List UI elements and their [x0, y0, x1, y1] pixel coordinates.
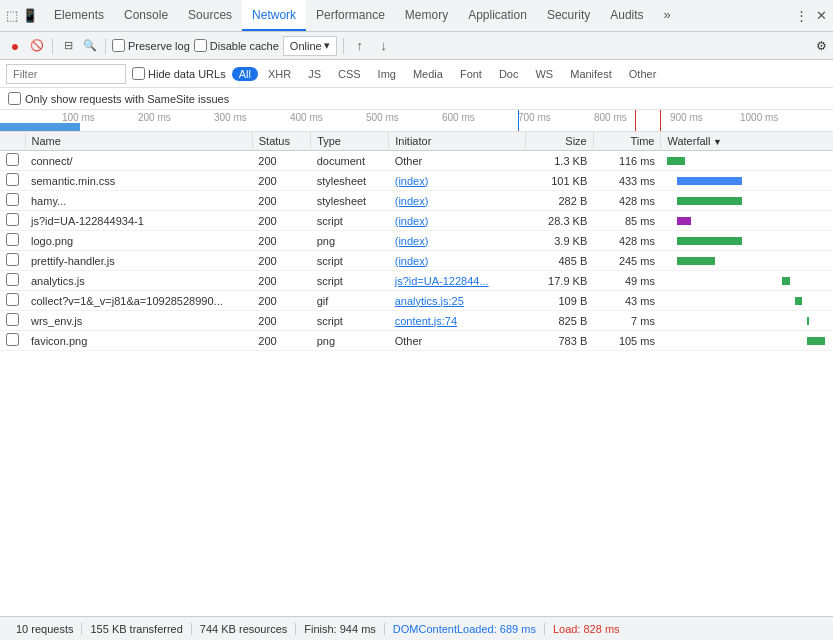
row-checkbox[interactable] [6, 233, 19, 246]
table-row[interactable]: prettify-handler.js200script(index)485 B… [0, 251, 833, 271]
row-checkbox[interactable] [6, 313, 19, 326]
row-type: stylesheet [311, 171, 389, 191]
tab-console[interactable]: Console [114, 0, 178, 31]
record-button[interactable]: ● [6, 37, 24, 55]
initiator-link[interactable]: js?id=UA-122844... [395, 275, 489, 287]
filter-manifest[interactable]: Manifest [563, 67, 619, 81]
th-status[interactable]: Status [252, 132, 310, 151]
table-row[interactable]: hamy...200stylesheet(index)282 B428 ms [0, 191, 833, 211]
initiator-link[interactable]: (index) [395, 235, 429, 247]
row-checkbox[interactable] [6, 153, 19, 166]
filter-font[interactable]: Font [453, 67, 489, 81]
tab-more[interactable]: » [654, 0, 681, 31]
row-checkbox[interactable] [6, 293, 19, 306]
row-checkbox[interactable] [6, 253, 19, 266]
samesite-checkbox[interactable] [8, 92, 21, 105]
hide-data-urls-checkbox[interactable] [132, 67, 145, 80]
preserve-log-label[interactable]: Preserve log [112, 39, 190, 52]
th-type[interactable]: Type [311, 132, 389, 151]
filter-img[interactable]: Img [371, 67, 403, 81]
row-status: 200 [252, 211, 310, 231]
filter-css[interactable]: CSS [331, 67, 368, 81]
row-size: 109 B [525, 291, 593, 311]
tab-audits[interactable]: Audits [600, 0, 653, 31]
th-name[interactable]: Name [25, 132, 252, 151]
row-checkbox[interactable] [6, 193, 19, 206]
settings-icon[interactable]: ⚙ [816, 39, 827, 53]
inspect-icon[interactable]: ⬚ [4, 8, 20, 24]
close-icon[interactable]: ✕ [813, 8, 829, 24]
filter-js[interactable]: JS [301, 67, 328, 81]
initiator-link[interactable]: (index) [395, 175, 429, 187]
hide-data-urls-label[interactable]: Hide data URLs [132, 67, 226, 80]
th-size[interactable]: Size [525, 132, 593, 151]
row-checkbox[interactable] [6, 173, 19, 186]
table-row[interactable]: logo.png200png(index)3.9 KB428 ms [0, 231, 833, 251]
table-row[interactable]: connect/200documentOther1.3 KB116 ms [0, 151, 833, 171]
filter-input[interactable] [6, 64, 126, 84]
row-initiator[interactable]: (index) [389, 251, 525, 271]
disable-cache-label[interactable]: Disable cache [194, 39, 279, 52]
row-checkbox[interactable] [6, 273, 19, 286]
row-initiator[interactable]: (index) [389, 211, 525, 231]
row-status: 200 [252, 191, 310, 211]
tab-security[interactable]: Security [537, 0, 600, 31]
more-options-icon[interactable]: ⋮ [793, 8, 809, 24]
clear-button[interactable]: 🚫 [28, 37, 46, 55]
table-row[interactable]: favicon.png200pngOther783 B105 ms [0, 331, 833, 351]
initiator-link[interactable]: content.js:74 [395, 315, 457, 327]
search-button[interactable]: 🔍 [81, 37, 99, 55]
table-row[interactable]: collect?v=1&_v=j81&a=10928528990...200gi… [0, 291, 833, 311]
tab-application[interactable]: Application [458, 0, 537, 31]
preserve-log-checkbox[interactable] [112, 39, 125, 52]
row-time: 428 ms [593, 191, 661, 211]
row-initiator[interactable]: analytics.js:25 [389, 291, 525, 311]
filter-media[interactable]: Media [406, 67, 450, 81]
th-time[interactable]: Time [593, 132, 661, 151]
row-waterfall [661, 271, 833, 291]
tick-300: 300 ms [214, 112, 247, 123]
row-initiator[interactable]: (index) [389, 231, 525, 251]
vline-blue [518, 110, 519, 131]
filter-tags: All XHR JS CSS Img Media Font Doc WS Man… [232, 67, 664, 81]
disable-cache-checkbox[interactable] [194, 39, 207, 52]
tab-performance[interactable]: Performance [306, 0, 395, 31]
export-icon[interactable]: ↓ [374, 36, 394, 56]
tab-sources[interactable]: Sources [178, 0, 242, 31]
row-initiator[interactable]: (index) [389, 191, 525, 211]
tick-600: 600 ms [442, 112, 475, 123]
table-row[interactable]: wrs_env.js200scriptcontent.js:74825 B7 m… [0, 311, 833, 331]
row-initiator[interactable]: content.js:74 [389, 311, 525, 331]
filter-doc[interactable]: Doc [492, 67, 526, 81]
tab-memory[interactable]: Memory [395, 0, 458, 31]
row-status: 200 [252, 151, 310, 171]
filter-ws[interactable]: WS [528, 67, 560, 81]
initiator-link[interactable]: analytics.js:25 [395, 295, 464, 307]
device-icon[interactable]: 📱 [22, 8, 38, 24]
th-waterfall[interactable]: Waterfall [661, 132, 833, 151]
row-initiator[interactable]: (index) [389, 171, 525, 191]
table-row[interactable]: js?id=UA-122844934-1200script(index)28.3… [0, 211, 833, 231]
online-button[interactable]: Online ▾ [283, 36, 337, 56]
initiator-link[interactable]: (index) [395, 195, 429, 207]
row-checkbox[interactable] [6, 333, 19, 346]
filter-icon-button[interactable]: ⊟ [59, 37, 77, 55]
th-initiator[interactable]: Initiator [389, 132, 525, 151]
initiator-link[interactable]: (index) [395, 255, 429, 267]
filter-xhr[interactable]: XHR [261, 67, 298, 81]
table-row[interactable]: analytics.js200scriptjs?id=UA-122844...1… [0, 271, 833, 291]
row-initiator[interactable]: js?id=UA-122844... [389, 271, 525, 291]
tab-network[interactable]: Network [242, 0, 306, 31]
row-checkbox[interactable] [6, 213, 19, 226]
row-initiator: Other [389, 331, 525, 351]
row-type: script [311, 251, 389, 271]
filter-other[interactable]: Other [622, 67, 664, 81]
row-status: 200 [252, 231, 310, 251]
import-icon[interactable]: ↑ [350, 36, 370, 56]
tick-700: 700 ms [518, 112, 551, 123]
table-row[interactable]: semantic.min.css200stylesheet(index)101 … [0, 171, 833, 191]
filter-all[interactable]: All [232, 67, 258, 81]
tab-elements[interactable]: Elements [44, 0, 114, 31]
finish-time: Finish: 944 ms [296, 623, 385, 635]
initiator-link[interactable]: (index) [395, 215, 429, 227]
